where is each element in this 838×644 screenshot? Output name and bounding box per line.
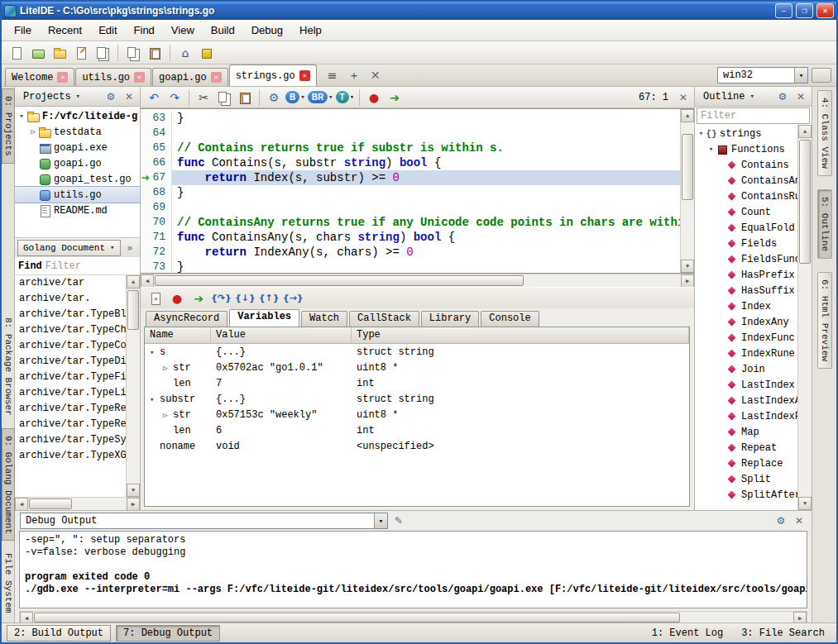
expander-icon[interactable]: ▾: [697, 129, 706, 138]
gutter-71[interactable]: 71: [141, 230, 172, 245]
scroll-track[interactable]: [127, 289, 140, 484]
column-header-value[interactable]: Value: [211, 327, 352, 343]
output-hscrollbar[interactable]: ◀ ▶: [19, 611, 807, 624]
outline-item-fieldsfunc[interactable]: FieldsFunc: [695, 251, 797, 267]
projects-hscrollbar[interactable]: ◀ ▶: [15, 497, 140, 510]
scroll-thumb[interactable]: [155, 275, 524, 286]
outline-scrollbar[interactable]: ▲ ▼: [797, 125, 812, 510]
scroll-thumb[interactable]: [799, 140, 811, 264]
tab-welcome[interactable]: Welcome✕: [5, 68, 74, 86]
minimize-button[interactable]: –: [775, 3, 793, 18]
tab-list-button[interactable]: ≡: [323, 65, 342, 85]
gutter-69[interactable]: 69: [141, 200, 172, 215]
outline-item-lastindex[interactable]: LastIndex: [695, 377, 797, 393]
outline-filter-input[interactable]: [697, 107, 810, 124]
scroll-up-button[interactable]: ▲: [798, 125, 812, 138]
outline-item-equalfold[interactable]: EqualFold: [695, 220, 797, 236]
open-folder-button[interactable]: [28, 43, 48, 63]
menu-build[interactable]: Build: [204, 21, 242, 39]
outline-item-hasprefix[interactable]: HasPrefix: [695, 267, 797, 283]
run-to-line-button[interactable]: {→}: [282, 289, 304, 308]
tab-close-icon[interactable]: ✕: [57, 72, 68, 83]
code-line-71[interactable]: 71func ContainsAny(s, chars string) bool…: [141, 230, 680, 245]
scroll-left-button[interactable]: ◀: [15, 498, 28, 511]
menu-help[interactable]: Help: [292, 21, 329, 39]
scroll-track[interactable]: [154, 274, 681, 287]
editor-vscrollbar[interactable]: ▲ ▼: [680, 109, 694, 273]
output-clear-icon[interactable]: ✎: [391, 513, 406, 528]
expander-icon[interactable]: ▷: [28, 127, 38, 136]
env-button[interactable]: [197, 43, 217, 63]
tree-item-goapi-test-go[interactable]: goapi_test.go: [15, 171, 140, 187]
debug-output-text[interactable]: -sep=", ": setup separators-v=false: ver…: [19, 531, 807, 608]
paste-button[interactable]: [145, 43, 165, 63]
new-tab-button[interactable]: ＋: [344, 65, 364, 85]
projects-menu-icon[interactable]: ⚙: [103, 89, 118, 104]
code-line-73[interactable]: 73}: [141, 260, 680, 273]
code-editor[interactable]: 63}6465// Contains returns true if subst…: [141, 109, 680, 273]
doc-item-archive-tar-typechar[interactable]: archive/tar.TypeChar: [15, 322, 126, 338]
debug-tab-library[interactable]: Library: [421, 311, 479, 327]
code-line-63[interactable]: 63}: [141, 111, 680, 126]
expander-icon[interactable]: ▷: [163, 364, 173, 373]
open-file-button[interactable]: [50, 43, 69, 63]
record-button[interactable]: ●: [364, 88, 384, 107]
outline-item-contains[interactable]: Contains: [695, 157, 797, 173]
expander-icon[interactable]: ▾: [17, 112, 26, 121]
sidebar-5-outline[interactable]: 5: Outline: [817, 189, 832, 259]
outline-item-hassuffix[interactable]: HasSuffix: [695, 283, 797, 298]
scroll-thumb[interactable]: [34, 613, 680, 623]
panel-expand-icon[interactable]: »: [122, 241, 137, 255]
menu-view[interactable]: View: [164, 21, 202, 39]
titlebar[interactable]: LiteIDE - C:\Go\src\pkg\strings\strings.…: [2, 2, 836, 20]
sidebar-9-golang-document[interactable]: 9: Golang Document: [2, 428, 15, 541]
docs-filter-input[interactable]: [45, 260, 136, 272]
outline-item-fields[interactable]: Fields: [695, 236, 797, 251]
outline-item-replace[interactable]: Replace: [695, 456, 797, 471]
target-options-button[interactable]: [812, 68, 831, 83]
doc-item-archive-tar[interactable]: archive/tar: [15, 275, 126, 291]
outline-item-strings[interactable]: ▾{}strings: [695, 126, 797, 141]
sidebar-4-class-view[interactable]: 4: Class View: [817, 90, 832, 176]
column-header-type[interactable]: Type: [352, 327, 689, 343]
doc-item-archive-tar-typefifo[interactable]: archive/tar.TypeFifo: [15, 370, 126, 385]
code-line-66[interactable]: 66func Contains(s, substr string) bool {: [141, 155, 680, 170]
tab-close-icon[interactable]: ✕: [134, 72, 145, 83]
code-line-64[interactable]: 64: [141, 126, 680, 141]
menu-debug[interactable]: Debug: [244, 21, 290, 39]
scroll-right-button[interactable]: ▶: [127, 498, 140, 511]
target-combo-arrow-icon[interactable]: ▾: [794, 68, 807, 83]
gutter-73[interactable]: 73: [141, 260, 172, 273]
gutter-65[interactable]: 65: [141, 141, 172, 155]
code-line-65[interactable]: 65// Contains returns true if substr is …: [141, 141, 680, 155]
outline-menu-icon[interactable]: ⚙: [775, 89, 790, 104]
outline-item-indexfunc[interactable]: IndexFunc: [695, 330, 797, 346]
scroll-right-button[interactable]: ▶: [681, 274, 694, 288]
build-run-button[interactable]: BR▾: [307, 88, 334, 107]
outline-item-count[interactable]: Count: [695, 204, 797, 220]
outline-close-icon[interactable]: ✕: [793, 89, 808, 104]
doc-item-archive-tar-typereg[interactable]: archive/tar.TypeReg: [15, 401, 126, 417]
tab-goapi-go[interactable]: goapi.go✕: [152, 68, 228, 86]
gutter-64[interactable]: 64: [141, 126, 172, 141]
outline-item-splitafter[interactable]: SplitAfter: [695, 487, 797, 503]
doc-item-archive-tar-typecont[interactable]: archive/tar.TypeCont: [15, 338, 126, 354]
doc-item-archive-tar-typeblock[interactable]: archive/tar.TypeBlock: [15, 307, 126, 322]
doc-item-archive-tar-typerega[interactable]: archive/tar.TypeRegA: [15, 417, 126, 432]
tree-item-readme-md[interactable]: README.md: [15, 203, 140, 218]
sidebar-8-package-browser[interactable]: 8: Package Browser: [2, 310, 15, 423]
column-header-name[interactable]: Name: [145, 327, 211, 343]
outline-item-index[interactable]: Index: [695, 298, 797, 314]
debug-tab-watch[interactable]: Watch: [301, 311, 347, 327]
debug-tab-asyncrecord[interactable]: AsyncRecord: [146, 311, 227, 327]
scroll-up-button[interactable]: ▲: [681, 109, 694, 122]
outline-item-indexany[interactable]: IndexAny: [695, 314, 797, 330]
projects-close-icon[interactable]: ✕: [122, 89, 136, 104]
outline-item-repeat[interactable]: Repeat: [695, 440, 797, 456]
copy-button[interactable]: [214, 88, 234, 107]
status-1-event-log[interactable]: 1: Event Log: [645, 626, 730, 641]
debug-tab-variables[interactable]: Variables: [229, 309, 299, 327]
output-menu-icon[interactable]: ⚙: [773, 513, 788, 528]
build-button[interactable]: B▾: [285, 88, 306, 107]
code-line-70[interactable]: 70// ContainsAny returns true if any Uni…: [141, 215, 680, 230]
